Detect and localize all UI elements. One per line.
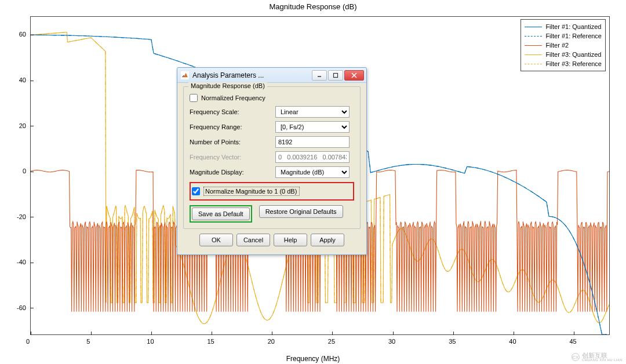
legend-swatch <box>525 45 542 46</box>
normalized-frequency-checkbox[interactable] <box>190 94 198 102</box>
freq-vector-row: Frequency Vector: <box>190 150 354 165</box>
x-tick: 40 <box>509 338 516 345</box>
dialog-title: Analysis Parameters ... <box>192 71 308 79</box>
chart-title: Magnitude Response (dB) <box>0 2 626 11</box>
x-tick: 10 <box>147 338 154 345</box>
legend-swatch <box>525 27 542 27</box>
watermark-text: 创新互联 <box>582 352 623 358</box>
legend-label: Filter #3: Quantized <box>545 50 601 59</box>
minimize-button[interactable] <box>312 70 327 81</box>
ok-button[interactable]: OK <box>199 234 233 246</box>
y-tick: 40 <box>19 77 26 83</box>
num-points-label: Number of Points: <box>190 139 271 145</box>
legend-item: Filter #3: Quantized <box>525 50 602 59</box>
legend-item: Filter #3: Reference <box>525 59 602 68</box>
x-tick: 5 <box>86 338 90 345</box>
legend-swatch <box>525 36 542 37</box>
legend-item: Filter #1: Quantized <box>525 22 602 31</box>
analysis-parameters-dialog[interactable]: Analysis Parameters ... Magnitude Respon… <box>177 67 367 255</box>
x-tick: 25 <box>328 338 335 345</box>
legend-label: Filter #2 <box>545 41 569 50</box>
x-tick: 45 <box>570 338 577 345</box>
freq-vector-label: Frequency Vector: <box>190 154 271 161</box>
mag-display-row: Magnitude Display: MagnitudeMagnitude (d… <box>190 165 354 180</box>
freq-scale-select[interactable]: LinearLog <box>275 106 350 118</box>
normalize-magnitude-row: Normalize Magnitude to 1 (0 dB) <box>192 185 352 198</box>
group-label: Magnitude Response (dB) <box>188 82 267 89</box>
x-tick: 35 <box>449 338 456 345</box>
save-as-default-button[interactable]: Save as Default <box>192 208 250 220</box>
cancel-button[interactable]: Cancel <box>236 234 270 246</box>
y-tick: 60 <box>19 31 26 38</box>
legend-item: Filter #2 <box>525 41 602 50</box>
matlab-icon <box>181 71 189 79</box>
freq-scale-label: Frequency Scale: <box>190 108 271 115</box>
num-points-input[interactable] <box>275 136 350 148</box>
normalize-magnitude-label: Normalize Magnitude to 1 (0 dB) <box>203 187 300 196</box>
x-tick: 30 <box>388 338 395 345</box>
legend-label: Filter #3: Reference <box>545 59 602 68</box>
watermark: CX 创新互联 CHUANG XIN HU LIAN <box>572 352 623 362</box>
freq-range-label: Frequency Range: <box>190 123 271 130</box>
legend-label: Filter #1: Quantized <box>545 22 601 31</box>
restore-defaults-button[interactable]: Restore Original Defaults <box>259 205 343 218</box>
watermark-subtext: CHUANG XIN HU LIAN <box>582 358 623 362</box>
x-tick: 20 <box>268 338 275 345</box>
y-tick: 20 <box>19 122 26 129</box>
freq-range-select[interactable]: [0, Fs/2)[0, Fs)[-Fs/2, Fs/2) <box>275 121 350 133</box>
normalized-frequency-label: Normalized Frequency <box>201 94 265 101</box>
legend-item: Filter #1: Reference <box>525 31 602 41</box>
watermark-logo-icon: CX <box>572 353 580 361</box>
freq-range-row: Frequency Range: [0, Fs/2)[0, Fs)[-Fs/2,… <box>190 119 354 134</box>
normalized-frequency-row: Normalized Frequency <box>190 92 354 104</box>
freq-vector-input <box>275 151 350 163</box>
dialog-body: Magnitude Response (dB) Normalized Frequ… <box>177 83 366 254</box>
legend-swatch <box>525 64 542 64</box>
defaults-button-row: Save as Default Restore Original Default… <box>190 205 354 223</box>
x-axis-label: Frequency (MHz) <box>0 355 626 363</box>
y-tick: -40 <box>17 259 26 265</box>
highlight-red-box: Normalize Magnitude to 1 (0 dB) <box>190 182 354 201</box>
highlight-green-box: Save as Default <box>190 205 252 223</box>
x-tick: 15 <box>208 338 214 345</box>
legend-label: Filter #1: Reference <box>545 31 602 41</box>
dialog-footer: OK Cancel Help Apply <box>183 229 361 252</box>
normalize-magnitude-checkbox[interactable] <box>192 187 200 195</box>
apply-button[interactable]: Apply <box>311 234 344 246</box>
help-button[interactable]: Help <box>274 234 307 246</box>
freq-scale-row: Frequency Scale: LinearLog <box>190 104 354 119</box>
close-button[interactable] <box>344 70 364 81</box>
y-tick: 0 <box>23 168 26 174</box>
y-tick: -20 <box>17 213 26 220</box>
y-tick: -60 <box>17 304 26 311</box>
magnitude-group: Magnitude Response (dB) Normalized Frequ… <box>183 86 361 229</box>
dialog-titlebar[interactable]: Analysis Parameters ... <box>177 68 366 83</box>
num-points-row: Number of Points: <box>190 134 354 150</box>
legend-swatch <box>525 54 542 55</box>
mag-display-label: Magnitude Display: <box>190 169 271 176</box>
x-tick: 0 <box>26 338 30 345</box>
svg-rect-1 <box>334 73 338 77</box>
mag-display-select[interactable]: MagnitudeMagnitude (dB)Magnitude squared… <box>275 166 350 178</box>
maximize-button[interactable] <box>328 70 343 81</box>
legend: Filter #1: QuantizedFilter #1: Reference… <box>521 19 606 71</box>
